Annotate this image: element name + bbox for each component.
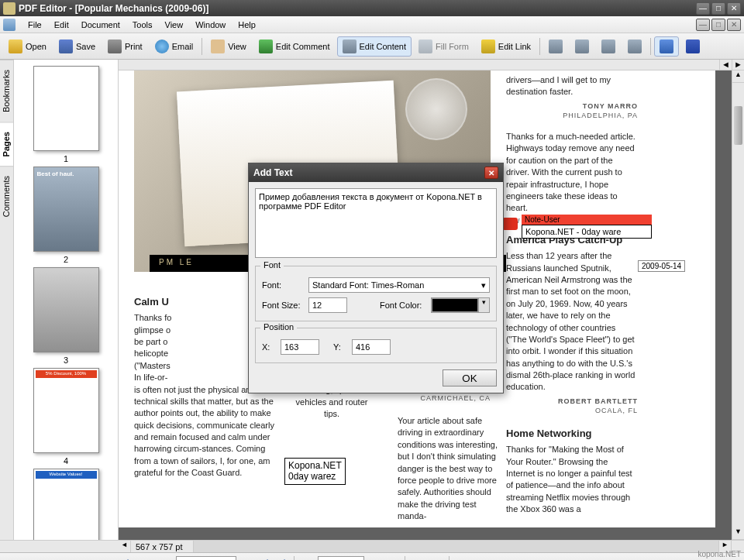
mdi-minimize-button[interactable]: — <box>696 19 710 31</box>
inserted-textbox[interactable]: Kopona.NET 0day warez <box>284 458 346 485</box>
open-label: Open <box>26 42 46 51</box>
thumb-caption: Website Values! <box>36 471 97 479</box>
font-select[interactable]: Standard Font: Times-Roman▾ <box>308 277 490 293</box>
thumb-4[interactable]: 5% Discount, 100%4 <box>17 368 115 466</box>
signature-loc: CARMICHAEL, CA <box>420 394 491 402</box>
prev-page-button[interactable]: ◄ <box>142 556 156 561</box>
edit-link-button[interactable]: Edit Link <box>476 36 536 57</box>
maximize-button[interactable]: □ <box>711 2 725 15</box>
minimize-button[interactable]: — <box>696 2 710 15</box>
hscroll-top: ◄ ► <box>119 60 744 70</box>
image-tool-button[interactable] <box>622 36 647 57</box>
scroll-up-button[interactable]: ▲ <box>732 70 744 83</box>
dialog-titlebar[interactable]: Add Text ✕ <box>249 163 503 182</box>
tab-bookmarks[interactable]: Bookmarks <box>0 60 13 122</box>
page-field[interactable] <box>176 556 236 561</box>
vertical-scrollbar[interactable]: ▲ ▼ <box>732 70 744 540</box>
image-icon <box>628 40 642 53</box>
zoom-in-button[interactable]: + <box>384 556 398 561</box>
ok-button[interactable]: OK <box>443 369 497 387</box>
note-body: Kopona.NET - 0day ware <box>522 225 652 239</box>
body-text: drivers—and I will get to my destination… <box>506 74 638 98</box>
mdi-restore-button[interactable]: □ <box>711 19 725 31</box>
last-page-button[interactable]: ►| <box>274 556 288 561</box>
next-step-button[interactable]: ► <box>239 556 253 561</box>
hscroll-left-button[interactable]: ◄ <box>119 541 131 552</box>
app-icon <box>3 2 16 15</box>
scroll-right-button[interactable]: ► <box>732 60 744 70</box>
scroll-left-button[interactable]: ◄ <box>719 60 732 70</box>
fit-page-button[interactable]: □ <box>429 556 443 561</box>
font-size-input[interactable] <box>308 297 347 313</box>
thumb-label: 1 <box>17 154 115 163</box>
thumb-5[interactable]: Website Values! <box>17 469 115 540</box>
menubar: File Edit Document Tools View Window Hel… <box>0 16 744 33</box>
next-page-button[interactable]: ►| <box>257 556 270 561</box>
text-column: Your article about safe driving in extra… <box>398 415 498 523</box>
thumb-caption: 5% Discount, 100% <box>36 370 97 378</box>
thumb-1[interactable]: 1 <box>17 66 115 163</box>
menu-help[interactable]: Help <box>232 19 262 31</box>
menu-file[interactable]: File <box>22 19 48 31</box>
tab-pages[interactable]: Pages <box>0 122 13 166</box>
font-color-picker[interactable]: ▾ <box>431 297 490 313</box>
toolbar-separator <box>202 38 202 55</box>
print-button[interactable]: Print <box>102 36 148 57</box>
y-input[interactable] <box>352 339 391 355</box>
text-insert-button[interactable] <box>654 36 679 57</box>
note-annotation[interactable]: Note-User Kopona.NET - 0day ware <box>522 215 652 239</box>
fill-form-label: Fill Form <box>436 42 469 51</box>
menu-tools[interactable]: Tools <box>126 19 159 31</box>
eraser-tool-button[interactable] <box>570 36 594 57</box>
x-input[interactable] <box>281 339 319 355</box>
email-button[interactable]: Email <box>150 36 199 57</box>
thumb-label: 4 <box>17 456 115 466</box>
view-label: View <box>228 42 246 51</box>
mdi-close-button[interactable]: ✕ <box>727 19 741 31</box>
group-label: Position <box>260 322 297 332</box>
prev-step-button[interactable]: ◄ <box>159 556 173 561</box>
window-close-button[interactable]: ✕ <box>727 2 741 15</box>
edit-content-button[interactable]: Edit Content <box>337 36 412 57</box>
scroll-track[interactable] <box>732 83 744 527</box>
menu-view[interactable]: View <box>159 19 190 31</box>
fill-form-button[interactable]: Fill Form <box>413 36 474 57</box>
zoom-field[interactable] <box>318 556 364 561</box>
thumb-label: 2 <box>17 255 115 264</box>
thumb-2[interactable]: Best of haul.2 <box>17 167 115 264</box>
scroll-thumb[interactable] <box>734 106 742 145</box>
note-icon[interactable] <box>502 218 518 230</box>
text-tool-button[interactable] <box>543 36 568 57</box>
stamp-tool-button[interactable] <box>596 36 621 57</box>
hscroll-track[interactable] <box>193 541 719 552</box>
thumb-caption: Best of haul. <box>37 170 74 177</box>
status-bar: |◄ ◄ ◄ ► ►| ►| − ▾ + ↔ □ X: 500.9, Y: 40… <box>0 552 744 560</box>
body-text: Your article about safe driving in extra… <box>398 415 498 523</box>
zoom-out-button[interactable]: − <box>301 556 315 561</box>
menu-window[interactable]: Window <box>189 19 232 31</box>
open-button[interactable]: Open <box>3 36 52 57</box>
first-page-button[interactable]: |◄ <box>125 556 139 561</box>
dialog-close-button[interactable]: ✕ <box>484 167 498 179</box>
zoom-dropdown-button[interactable]: ▾ <box>367 556 381 561</box>
dialog-body: Font Font: Standard Font: Times-Roman▾ F… <box>249 182 503 393</box>
scroll-down-button[interactable]: ▼ <box>732 527 744 540</box>
view-button[interactable]: View <box>205 36 252 57</box>
pencil-tool-button[interactable] <box>680 36 705 57</box>
save-icon <box>59 40 73 53</box>
hscroll-bar: ◄ 567 x 757 pt ► <box>0 540 744 552</box>
fit-width-button[interactable]: ↔ <box>412 556 425 561</box>
tab-comments[interactable]: Comments <box>0 166 13 226</box>
position-group: Position X: Y: <box>255 328 497 363</box>
note-date: 2009-05-14 <box>638 260 685 272</box>
thumb-3[interactable]: 3 <box>17 267 115 365</box>
save-button[interactable]: Save <box>53 36 101 57</box>
email-icon <box>155 40 169 53</box>
edit-link-label: Edit Link <box>498 42 531 51</box>
edit-comment-button[interactable]: Edit Comment <box>253 36 336 57</box>
menu-document[interactable]: Document <box>75 19 126 31</box>
text-input[interactable] <box>255 188 497 258</box>
heading: Home Networking <box>506 427 638 441</box>
menu-edit[interactable]: Edit <box>48 19 75 31</box>
titlebar-text: PDF Editor - [Popular Mechanics (2009-06… <box>19 3 694 14</box>
